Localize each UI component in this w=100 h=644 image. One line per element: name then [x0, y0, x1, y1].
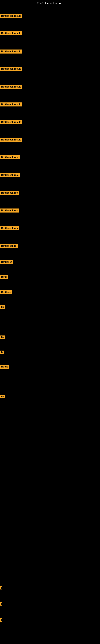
bottleneck-badge: Bottleneck resu — [0, 155, 20, 160]
bottleneck-badge: Bottle — [0, 365, 9, 369]
bottleneck-badge: Bottlenec — [0, 260, 13, 264]
bottleneck-badge: | — [0, 586, 2, 590]
bottleneck-badge: Bottleneck result — [0, 85, 22, 89]
bottleneck-badge: Bottleneck res — [0, 226, 19, 230]
bottleneck-badge: B — [0, 350, 3, 354]
bottleneck-badge: Bottleneck res — [0, 191, 19, 195]
bottleneck-badge: Bottleneck result — [0, 138, 22, 142]
bottleneck-badge: Bo — [0, 305, 5, 309]
bottleneck-badge: Bottl — [0, 275, 8, 279]
bottleneck-badge: Bottleneck re — [0, 244, 18, 248]
bottleneck-badge: Bottleneck result — [0, 14, 22, 18]
bottleneck-badge: Bottleneck result — [0, 67, 22, 71]
bottleneck-badge: Bottleneck result — [0, 31, 22, 35]
bottleneck-badge: Bottleneck result — [0, 102, 22, 106]
bottleneck-badge: Bottleneck result — [0, 120, 22, 124]
site-title: TheBottlenecker.com — [0, 0, 100, 6]
bottleneck-badge: | — [0, 602, 2, 606]
bottleneck-badge: Bo — [0, 336, 5, 339]
bottleneck-badge: Bottlene — [0, 290, 12, 294]
bottleneck-badge: Bottleneck res — [0, 208, 19, 212]
bottleneck-badge: Bottleneck result — [0, 50, 22, 54]
bottleneck-badge: Bottleneck resu — [0, 173, 20, 177]
bottleneck-badge: E — [0, 618, 2, 622]
bottleneck-badge: Bo — [0, 395, 5, 398]
